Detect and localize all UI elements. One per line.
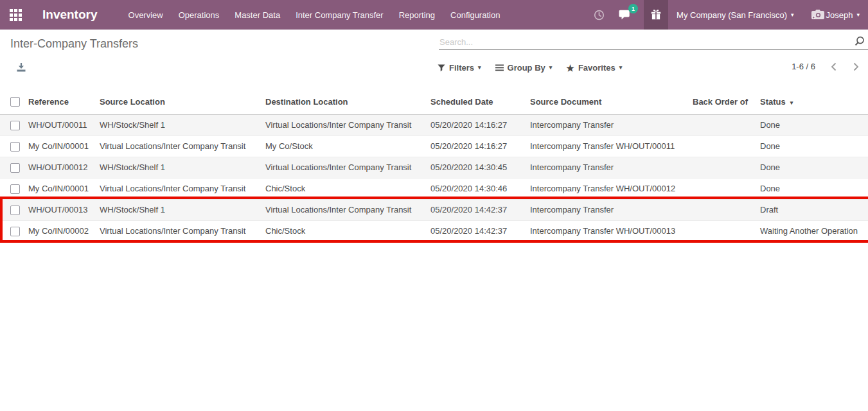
cell-scheduled-date: 05/20/2020 14:30:46 (430, 178, 530, 199)
avatar-camera-icon (811, 9, 825, 21)
top-navbar: Inventory Overview Operations Master Dat… (0, 0, 868, 30)
filters-label: Filters (449, 63, 474, 73)
user-name: Joseph (826, 10, 853, 20)
column-header-reference[interactable]: Reference (28, 89, 100, 114)
chevron-right-icon (853, 62, 859, 71)
cell-destination-location: Virtual Locations/Inter Company Transit (265, 114, 430, 136)
cell-source-location: WH/Stock/Shelf 1 (100, 157, 265, 178)
cell-destination-location: Chic/Stock (265, 178, 430, 199)
nav-item-inter-company-transfer[interactable]: Inter Company Transfer (288, 10, 391, 20)
filters-button[interactable]: Filters ▾ (438, 63, 481, 73)
cell-status: Done (749, 114, 868, 136)
row-checkbox[interactable] (10, 184, 20, 194)
group-by-icon (495, 64, 504, 71)
messages-count-badge: 1 (628, 4, 638, 13)
search-input[interactable] (439, 36, 868, 50)
cell-scheduled-date: 05/20/2020 14:16:27 (430, 136, 530, 157)
table-row[interactable]: My Co/IN/00002 Virtual Locations/Inter C… (0, 220, 868, 241)
search-icon[interactable] (854, 36, 865, 49)
systray: 1 My Company (San Francisco) ▾ Jos (594, 0, 868, 30)
row-checkbox[interactable] (10, 142, 20, 152)
app-title[interactable]: Inventory (42, 8, 98, 22)
cell-reference: My Co/IN/00001 (28, 136, 100, 157)
chevron-down-icon: ▾ (549, 65, 553, 71)
transfers-table: Reference Source Location Destination Lo… (0, 89, 868, 241)
cell-source-document: Intercompany Transfer (530, 114, 693, 136)
cell-back-order-of (693, 199, 749, 220)
chevron-down-icon: ▾ (856, 12, 860, 18)
nav-item-master-data[interactable]: Master Data (227, 10, 288, 20)
pager-previous-button[interactable] (831, 62, 837, 71)
search-bar (439, 36, 868, 51)
cell-status: Draft (749, 199, 868, 220)
nav-item-overview[interactable]: Overview (121, 10, 171, 20)
column-header-back-order-of[interactable]: Back Order of (693, 89, 749, 114)
table-row[interactable]: WH/OUT/00011 WH/Stock/Shelf 1 Virtual Lo… (0, 114, 868, 136)
gift-button[interactable] (644, 0, 668, 30)
column-header-scheduled-date[interactable]: Scheduled Date (430, 89, 530, 114)
cell-status: Waiting Another Operation (749, 220, 868, 241)
group-by-label: Group By (508, 63, 545, 73)
cell-source-document: Intercompany Transfer WH/OUT/00013 (530, 220, 693, 241)
company-selector[interactable]: My Company (San Francisco) ▾ (668, 0, 802, 30)
table-row[interactable]: My Co/IN/00001 Virtual Locations/Inter C… (0, 136, 868, 157)
cell-reference: My Co/IN/00001 (28, 178, 100, 199)
cell-reference: WH/OUT/00012 (28, 157, 100, 178)
table-header-row: Reference Source Location Destination Lo… (0, 89, 868, 114)
pager-next-button[interactable] (853, 62, 859, 71)
cell-scheduled-date: 05/20/2020 14:30:45 (430, 157, 530, 178)
column-header-destination-location[interactable]: Destination Location (265, 89, 430, 114)
user-menu[interactable]: Joseph ▾ (802, 0, 868, 30)
cell-scheduled-date: 05/20/2020 14:16:27 (430, 114, 530, 136)
cell-reference: My Co/IN/00002 (28, 220, 100, 241)
pager-range: 1-6 / 6 (792, 62, 815, 71)
apps-menu-button[interactable] (0, 0, 31, 30)
apps-grid-icon (10, 9, 22, 21)
cell-back-order-of (693, 157, 749, 178)
nav-item-reporting[interactable]: Reporting (391, 10, 443, 20)
chevron-down-icon: ▾ (619, 65, 623, 71)
control-panel-buttons: Filters ▾ Group By ▾ ★ Favorites ▾ 1-6 /… (0, 58, 868, 80)
column-header-source-location[interactable]: Source Location (100, 89, 265, 114)
nav-item-configuration[interactable]: Configuration (443, 10, 508, 20)
download-icon (16, 62, 26, 73)
cell-source-location: Virtual Locations/Inter Company Transit (100, 136, 265, 157)
cell-destination-location: Virtual Locations/Inter Company Transit (265, 199, 430, 220)
column-header-source-document[interactable]: Source Document (530, 89, 693, 114)
cell-status: Done (749, 157, 868, 178)
messages-button[interactable]: 1 (619, 9, 631, 21)
cell-destination-location: Virtual Locations/Inter Company Transit (265, 157, 430, 178)
cell-source-document: Intercompany Transfer WH/OUT/00011 (530, 136, 693, 157)
cell-reference: WH/OUT/00011 (28, 114, 100, 136)
page-title: Inter-Company Transfers (10, 37, 138, 51)
column-header-status[interactable]: Status▾ (749, 89, 868, 114)
favorites-label: Favorites (578, 63, 616, 73)
select-all-checkbox[interactable] (10, 97, 20, 107)
nav-item-operations[interactable]: Operations (171, 10, 227, 20)
cell-status: Done (749, 178, 868, 199)
export-button[interactable] (16, 62, 26, 74)
cell-scheduled-date: 05/20/2020 14:42:37 (430, 220, 530, 241)
row-checkbox[interactable] (10, 227, 20, 236)
cell-destination-location: Chic/Stock (265, 220, 430, 241)
chevron-left-icon (831, 62, 837, 71)
star-icon: ★ (566, 64, 574, 73)
row-checkbox[interactable] (10, 121, 20, 130)
cell-status: Done (749, 136, 868, 157)
table-row[interactable]: My Co/IN/00001 Virtual Locations/Inter C… (0, 178, 868, 199)
favorites-button[interactable]: ★ Favorites ▾ (566, 63, 622, 73)
cell-source-document: Intercompany Transfer (530, 157, 693, 178)
cell-source-document: Intercompany Transfer (530, 199, 693, 220)
table-row[interactable]: WH/OUT/00013 WH/Stock/Shelf 1 Virtual Lo… (0, 199, 868, 220)
row-checkbox[interactable] (10, 206, 20, 215)
chevron-down-icon: ▾ (791, 12, 794, 18)
table-row[interactable]: WH/OUT/00012 WH/Stock/Shelf 1 Virtual Lo… (0, 157, 868, 178)
gift-icon (650, 9, 662, 21)
company-name: My Company (San Francisco) (677, 10, 787, 20)
cell-source-location: WH/Stock/Shelf 1 (100, 114, 265, 136)
row-checkbox[interactable] (10, 163, 20, 173)
cell-destination-location: My Co/Stock (265, 136, 430, 157)
group-by-button[interactable]: Group By ▾ (495, 63, 553, 73)
activities-button[interactable] (594, 10, 605, 21)
cell-source-location: Virtual Locations/Inter Company Transit (100, 220, 265, 241)
